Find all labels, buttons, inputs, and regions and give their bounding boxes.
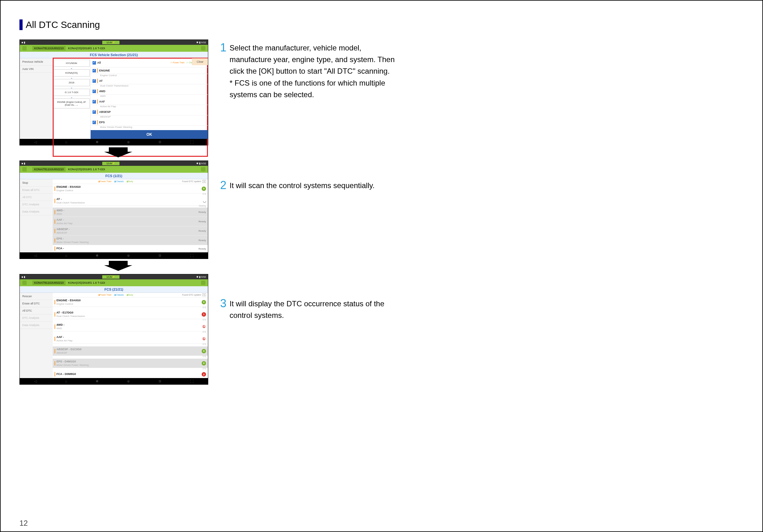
checkbox[interactable] [92,69,96,72]
system-code: EPS [99,121,105,124]
home-icon[interactable] [22,167,27,171]
status-ready: Ready [198,219,206,224]
side-item[interactable]: All DTC [20,307,53,314]
nav-icon[interactable]: ⚙ [159,140,162,144]
checkbox[interactable] [92,100,96,103]
scan-row[interactable]: 4WD -4WD① [53,322,208,331]
side-item: DTC Analysis [20,201,53,208]
scan-row[interactable]: FCA -Ready [53,245,208,252]
chevron-down-icon: ⌄ [70,67,73,69]
scan-row[interactable]: 4WD -4WDReady [53,208,208,217]
scan-row[interactable]: ENGINE - E0A0G0Engine Control0 [53,297,208,307]
side-item[interactable]: Auto VIN [20,65,53,73]
scan-row-title: AAF -Active Air Flap [56,218,72,225]
vehicle-tag: KONA/78110JU002210 [32,280,65,285]
back-icon[interactable]: ◁ [34,379,37,383]
nav-icon[interactable]: ⚙ [159,379,162,383]
chevron-down-icon: ⌄ [70,76,73,79]
section-title: All DTC Scanning [20,19,743,30]
expand-icon[interactable]: ⛶ [190,254,193,258]
scan-row-title: 4WD -4WD [56,323,64,330]
nav-icon[interactable]: ✱ [96,379,98,383]
checkbox[interactable] [92,90,96,93]
step-text-2: It will scan the control systems sequent… [230,177,375,192]
home-nav-icon[interactable]: ⌂ [65,254,67,258]
checkbox[interactable] [92,121,96,124]
nav-icon[interactable]: ✱ [96,140,98,144]
checkbox[interactable] [92,79,96,83]
selector-year[interactable]: 2018 [53,79,90,86]
legend-powertrain: ✓ Power Train [170,61,184,64]
nav-icon[interactable]: ⚙ [159,254,162,258]
vehicle-tag: KONA/78110JU002210 [32,167,65,171]
side-item: All DTC [20,194,53,201]
side-item-stop[interactable]: Stop [20,179,53,186]
status-icons-left: ■ ▮ [22,41,25,44]
selector-engine[interactable]: G 1.6 T-GDI [53,89,90,96]
status-badge-ok: 0 [202,300,206,304]
voltage-badge: 12.4V ⚡ [102,41,120,44]
android-nav-bar: ◁ ⌂ ✱ ⊕ ⚙ ⛶ [20,139,208,145]
step-number-3: 3 [217,297,230,321]
legend-body: ▮Body [127,180,133,183]
home-nav-icon[interactable]: ⌂ [65,140,67,144]
system-desc: Dual Clutch Transmission [91,84,208,88]
legend-powertrain: ▮Power Train [98,180,111,183]
screenshot-3: ■ ▮ 12.4V ⚡ ✱ ▮ 9:52 KONA/78110JU002210 … [20,274,208,385]
scan-row-title: FCA - D0M8G0 [56,372,76,376]
selector-make[interactable]: HYUNDAI [53,59,90,67]
step-number-1: 1 [217,41,230,100]
scan-row[interactable]: EPS - D4M1G0Motor Driven Power Steering0 [53,359,208,368]
home-nav-icon[interactable]: ⌂ [65,379,67,383]
selector-system[interactable]: ENGINE (Engine Control), AT (Dual Clu...… [53,98,90,108]
checkbox-all[interactable] [92,61,96,64]
system-desc: 4WD [91,95,208,98]
nav-icon[interactable]: ⊕ [127,379,130,383]
selector-model[interactable]: KONA(OS) [53,69,90,76]
nav-icon[interactable]: ⊕ [127,254,130,258]
scan-row[interactable]: ABSESP -ABS/ESPReady [53,226,208,236]
scan-row-title: AT -Dual Clutch Transmission [56,197,85,204]
back-icon[interactable]: ◁ [34,140,37,144]
home-icon[interactable] [22,280,27,285]
side-item[interactable]: Previous Vehicle [20,58,53,65]
scan-row[interactable]: AAF -Active Air Flap① [53,334,208,344]
scan-row-title: AT - E17DG0Dual Clutch Transmission [56,311,85,318]
status-icons-left: ■ ▮ [22,162,25,165]
scan-row[interactable]: AAF -Active Air FlapReady [53,217,208,226]
share-icon[interactable] [201,167,205,171]
side-item[interactable]: Erase all DTC [20,300,53,307]
expand-icon[interactable]: ⛶ [190,140,193,144]
step-text-3: It will display the DTC occurrence statu… [230,295,405,321]
share-icon[interactable] [201,46,205,51]
nav-icon[interactable]: ⊕ [127,140,130,144]
scan-row[interactable]: ENGINE - E0A0G0Engine Control0 [53,184,208,193]
home-icon[interactable] [22,46,27,51]
step-number-2: 2 [217,179,230,192]
scan-row[interactable]: ABSESP - D1C0G0ABS/ESP0 [53,346,208,356]
status-badge-warn: ① [202,324,206,329]
system-desc: Engine Control [91,74,208,78]
scan-row[interactable]: AT -Dual Clutch Transmission◡ [53,196,208,206]
scan-row[interactable]: FCA - D0M8G02 [53,371,208,378]
expand-icon[interactable]: ⛶ [190,379,193,383]
panel-title: FCS (21/21) [20,286,208,293]
found-dtc-label: Found DTC system5 [182,294,206,296]
back-icon[interactable]: ◁ [34,254,37,258]
scan-row-title: FCA - [56,247,64,251]
scan-row-title: ABSESP - D1C0G0ABS/ESP [56,348,81,354]
checkbox[interactable] [92,110,96,114]
nav-icon[interactable]: ✱ [96,254,98,258]
clear-button[interactable]: Clear [192,58,208,65]
found-dtc-label: Found DTC system0 [182,180,206,183]
panel-title: FCS Vehicle Selection (21/21) [20,52,208,58]
scan-row[interactable]: EPS -Motor Driven Power SteeringReady [53,236,208,245]
side-item-rescan[interactable]: Rescan [20,293,53,300]
share-icon[interactable] [201,280,205,285]
system-code: ENGINE [99,69,110,72]
scan-row[interactable]: AT - E17DG0Dual Clutch Transmission1 [53,310,208,319]
selector-column: HYUNDAI ⌄ KONA(OS) ⌄ 2018 ⌄ G 1.6 T-GDI … [53,58,90,139]
screenshot-1: ■ ▮ 12.4V ⚡ ✱ ▮ 9:52 KONA/78110JU002210 … [20,40,208,146]
ok-button[interactable]: OK [91,130,208,139]
android-nav-bar: ◁ ⌂ ✱ ⊕ ⚙ ⛶ [20,378,208,384]
